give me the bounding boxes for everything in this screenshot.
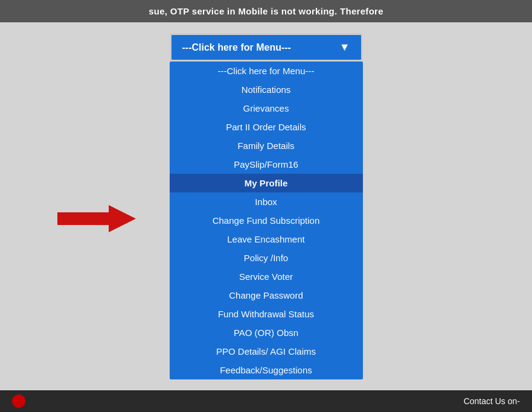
notice-text: sue, OTP service in Mobile is not workin… (149, 6, 383, 16)
menu-item-ppo-details-agi-claims[interactable]: PPO Details/ AGI Claims (170, 342, 363, 361)
page-wrapper: sue, OTP service in Mobile is not workin… (0, 0, 532, 412)
menu-item-pao-or-obsn[interactable]: PAO (OR) Obsn (170, 323, 363, 342)
menu-item-inbox[interactable]: Inbox (170, 192, 363, 211)
menu-item-payslip-form16[interactable]: PaySlip/Form16 (170, 155, 363, 174)
chevron-down-icon: ▼ (339, 41, 350, 54)
menu-item-leave-encashment[interactable]: Leave Encashment (170, 230, 363, 249)
arrow-container (57, 202, 136, 235)
menu-item-grievances[interactable]: Grievances (170, 99, 363, 118)
dropdown-menu: ---Click here for Menu---NotificationsGr… (170, 62, 363, 379)
notice-bar: sue, OTP service in Mobile is not workin… (0, 0, 532, 22)
menu-item-change-password[interactable]: Change Password (170, 286, 363, 305)
menu-item-feedback-suggestions[interactable]: Feedback/Suggestions (170, 361, 363, 379)
menu-item-change-fund-subscription[interactable]: Change Fund Subscription (170, 211, 363, 230)
dropdown-button[interactable]: ---Click here for Menu--- ▼ (170, 33, 363, 62)
menu-item-fund-withdrawal-status[interactable]: Fund Withdrawal Status (170, 305, 363, 323)
dropdown-button-label: ---Click here for Menu--- (182, 42, 291, 53)
svg-marker-0 (57, 205, 136, 232)
main-content: ---Click here for Menu--- ▼ ---Click her… (0, 22, 532, 412)
red-arrow-icon (57, 202, 136, 235)
footer-bar: Contact Us on- (0, 390, 532, 412)
menu-item-family-details[interactable]: Family Details (170, 136, 363, 155)
red-dot (12, 395, 25, 408)
menu-item-service-voter[interactable]: Service Voter (170, 267, 363, 286)
menu-item-click-here[interactable]: ---Click here for Menu--- (170, 62, 363, 80)
contact-text: Contact Us on- (464, 396, 520, 406)
menu-item-part-ii-order-details[interactable]: Part II Order Details (170, 118, 363, 136)
menu-item-my-profile[interactable]: My Profile (170, 174, 363, 192)
menu-item-policy-info[interactable]: Policy /Info (170, 249, 363, 267)
menu-item-notifications[interactable]: Notifications (170, 80, 363, 99)
